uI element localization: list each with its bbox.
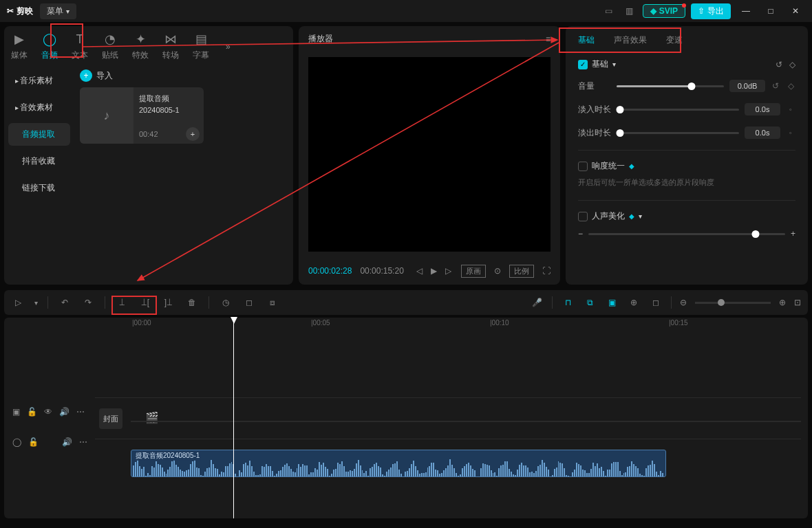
link-icon[interactable]: ⧉ xyxy=(583,296,597,309)
more-icon[interactable]: ⋯ xyxy=(76,407,85,417)
eye-icon[interactable]: 👁 xyxy=(44,407,52,417)
loudness-desc: 开启后可统一所单选或多选的原片段响度 xyxy=(578,177,795,188)
card-name: 20240805-1 xyxy=(139,104,198,116)
split-right-button[interactable]: ]⟘ xyxy=(162,296,175,309)
minimize-button[interactable]: — xyxy=(736,1,756,21)
fadein-slider[interactable] xyxy=(617,109,739,111)
lock-icon[interactable]: 🔓 xyxy=(28,437,39,447)
ruler-tick: |00:00 xyxy=(132,319,151,327)
preview-icon[interactable]: ▣ xyxy=(605,296,619,309)
tab-sticker[interactable]: ◔贴纸 xyxy=(102,32,118,61)
voice-head[interactable]: 人声美化 ◆ ▾ xyxy=(578,210,795,222)
player-viewport[interactable] xyxy=(308,57,551,252)
split-button[interactable]: ⟘ xyxy=(115,296,129,309)
fadeout-value[interactable]: 0.0s xyxy=(745,126,780,139)
stepper-icon[interactable]: ◦ xyxy=(786,128,795,138)
keyframe-icon[interactable]: ◇ xyxy=(789,60,795,69)
audio-clip[interactable]: 提取音频20240805-1 xyxy=(131,450,666,477)
redo-button[interactable]: ↷ xyxy=(81,296,95,309)
split-left-button[interactable]: ⟘[ xyxy=(138,296,152,309)
fullscreen-icon[interactable]: ⛶ xyxy=(542,266,551,276)
speed-button[interactable]: ◷ xyxy=(219,296,233,309)
zoom-in-button[interactable]: ⊕ xyxy=(779,298,786,307)
speaker-icon[interactable]: 🔊 xyxy=(62,437,72,447)
logo-icon: ✂ xyxy=(7,6,14,16)
fadein-label: 淡入时长 xyxy=(578,104,611,116)
svip-label: SVIP xyxy=(659,6,678,16)
speaker-icon[interactable]: 🔊 xyxy=(59,407,70,417)
more-tabs-icon[interactable]: » xyxy=(226,42,231,52)
tab-subtitle[interactable]: ▤字幕 xyxy=(193,32,209,61)
time-ruler[interactable]: |00:00 |00:05 |00:10 |00:15 xyxy=(124,318,808,331)
stepper-icon[interactable]: ◦ xyxy=(786,104,795,114)
maximize-button[interactable]: □ xyxy=(761,1,780,21)
delete-button[interactable]: 🗑 xyxy=(185,296,199,309)
audio-track-icon[interactable]: ◯ xyxy=(12,437,21,447)
text-icon: T xyxy=(76,32,84,47)
tab-media[interactable]: ▶媒体 xyxy=(11,32,28,61)
crop-button[interactable]: ◻ xyxy=(242,296,256,309)
tab-transition[interactable]: ⋈转场 xyxy=(162,32,179,61)
checkbox-off-icon[interactable] xyxy=(578,212,588,221)
marker-icon[interactable]: ◻ xyxy=(649,296,663,309)
checkbox-off-icon[interactable] xyxy=(578,162,588,171)
zoom-fit-button[interactable]: ⊡ xyxy=(794,298,801,307)
sidebar-item-extract[interactable]: 音频提取 xyxy=(8,123,70,146)
align-icon[interactable]: ⊕ xyxy=(627,296,641,309)
video-track[interactable] xyxy=(131,421,801,422)
play-button[interactable]: ▶ xyxy=(431,266,437,276)
zoom-out-icon[interactable]: − xyxy=(578,229,583,239)
undo-button[interactable]: ↶ xyxy=(58,296,72,309)
zoom-in-icon[interactable]: + xyxy=(791,229,795,239)
player-menu-icon[interactable]: ≡ xyxy=(546,34,551,44)
sidebar-item-douyin[interactable]: 抖音收藏 xyxy=(8,150,70,173)
next-frame-button[interactable]: ▷ xyxy=(445,266,451,276)
fadeout-slider[interactable] xyxy=(617,132,739,134)
keyframe-icon[interactable]: ◇ xyxy=(786,81,795,91)
zoom-slider[interactable] xyxy=(695,302,771,304)
tab-audio[interactable]: ◯音频 xyxy=(41,32,58,61)
more-icon[interactable]: ⋯ xyxy=(79,437,87,447)
prev-frame-button[interactable]: ◁ xyxy=(416,266,423,276)
mic-icon[interactable]: 🎤 xyxy=(530,296,544,309)
volume-slider[interactable] xyxy=(617,85,724,87)
track-collapse-icon[interactable]: ▣ xyxy=(12,407,20,417)
lock-icon[interactable]: 🔓 xyxy=(27,407,37,417)
prop-tab-speed[interactable]: 变速 xyxy=(666,34,683,46)
sidebar-item-music[interactable]: ▸音乐素材 xyxy=(8,69,70,92)
magnet-icon[interactable]: ⊓ xyxy=(561,296,575,309)
tab-effect[interactable]: ✦特效 xyxy=(132,32,149,61)
tab-text[interactable]: T文本 xyxy=(72,32,88,61)
volume-value[interactable]: 0.0dB xyxy=(729,80,765,92)
checkbox-on-icon[interactable]: ✓ xyxy=(578,60,588,69)
audio-card[interactable]: ♪ 提取音频 20240805-1 00:42 + xyxy=(80,87,204,144)
layout-icon-1[interactable]: ▭ xyxy=(601,3,617,19)
ratio-button[interactable]: 比例 xyxy=(509,265,534,278)
loudness-head[interactable]: 响度统一 ◆ xyxy=(578,160,795,172)
zoom-out-button[interactable]: ⊖ xyxy=(680,298,687,307)
export-button[interactable]: ⇧ 导出 xyxy=(691,3,731,19)
import-button[interactable]: + 导入 xyxy=(80,69,288,82)
layout-icon-2[interactable]: ▥ xyxy=(622,3,637,19)
mirror-button[interactable]: ⧈ xyxy=(266,296,279,309)
prop-tab-basic[interactable]: 基础 xyxy=(578,34,595,46)
basic-section-head[interactable]: ✓ 基础 ▾ ↺ ◇ xyxy=(578,58,795,70)
panel-slider[interactable] xyxy=(588,233,785,235)
sidebar-item-link[interactable]: 链接下载 xyxy=(8,177,70,199)
playhead[interactable] xyxy=(233,318,234,518)
close-button[interactable]: ✕ xyxy=(786,1,805,21)
chevron-right-icon: ▸ xyxy=(15,77,19,85)
svip-button[interactable]: ◆ SVIP xyxy=(643,4,685,18)
selection-tool-icon[interactable]: ▷ xyxy=(11,296,25,309)
clapper-icon[interactable]: 🎬 xyxy=(145,411,159,424)
prop-tab-sound[interactable]: 声音效果 xyxy=(614,34,647,46)
fadein-value[interactable]: 0.0s xyxy=(745,103,780,116)
reset-icon[interactable]: ↺ xyxy=(776,60,782,69)
reset-icon[interactable]: ↺ xyxy=(771,81,780,91)
zoom-icon[interactable]: ⊙ xyxy=(494,266,501,276)
cover-button[interactable]: 封面 xyxy=(99,408,122,429)
sidebar-item-sfx[interactable]: ▸音效素材 xyxy=(8,96,70,119)
menu-button[interactable]: 菜单 ▾ xyxy=(40,3,76,19)
original-quality-button[interactable]: 原画 xyxy=(461,265,486,278)
add-to-timeline-button[interactable]: + xyxy=(186,127,200,141)
